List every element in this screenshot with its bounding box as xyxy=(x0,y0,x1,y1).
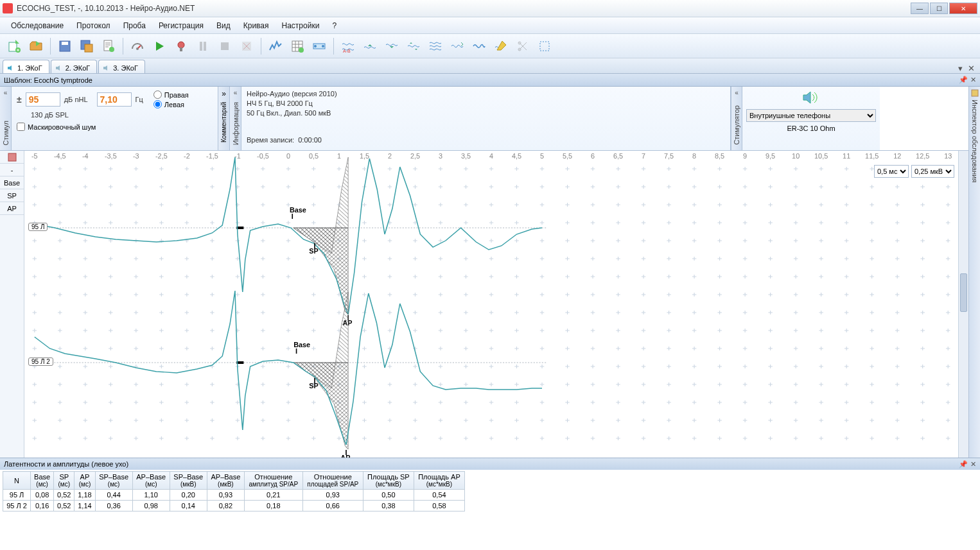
info-panel: « Информация Нейро-Аудио (версия 2010) Н… xyxy=(230,87,731,150)
xscale-select[interactable]: 0,5 мс xyxy=(874,165,909,178)
plot-tool-none[interactable]: - xyxy=(0,164,24,176)
svg-text:2: 2 xyxy=(388,153,392,160)
save-as-button[interactable] xyxy=(76,37,97,56)
svg-text:0: 0 xyxy=(286,153,290,160)
stimulus-collapse[interactable]: « Стимул xyxy=(0,87,12,150)
menu-item[interactable]: ? xyxy=(326,19,342,33)
reject-button[interactable] xyxy=(236,37,257,56)
svg-text:-1,5: -1,5 xyxy=(206,153,218,160)
side-left-radio[interactable]: Левая xyxy=(153,100,189,108)
svg-rect-24 xyxy=(8,153,16,161)
pin-icon[interactable]: 📌 xyxy=(959,460,968,468)
svg-text:-2,5: -2,5 xyxy=(155,153,168,160)
masking-checkbox[interactable]: Маскировочный шум xyxy=(17,123,213,131)
transducer-select[interactable]: Внутриушные телефоны xyxy=(746,109,876,122)
svg-text:10,5: 10,5 xyxy=(814,153,828,160)
plot-icon-button[interactable] xyxy=(0,151,24,164)
menu-item[interactable]: Вид xyxy=(211,19,236,33)
panel-close-icon[interactable]: ✕ xyxy=(970,460,976,468)
tab-strip: 1. ЭКоГ2. ЭКоГ3. ЭКоГ ▾ ✕ xyxy=(0,58,980,74)
svg-text:3: 3 xyxy=(439,153,442,160)
menu-item[interactable]: Регистрация xyxy=(153,19,209,33)
menu-item[interactable]: Обследование xyxy=(5,19,69,33)
save-button[interactable] xyxy=(55,37,75,56)
svg-text:0,5: 0,5 xyxy=(309,153,319,160)
impedance-button[interactable] xyxy=(127,37,148,56)
svg-point-19 xyxy=(322,45,324,47)
svg-point-7 xyxy=(109,47,114,52)
minimize-button[interactable]: — xyxy=(911,3,929,14)
play-button[interactable] xyxy=(149,37,170,56)
maximize-button[interactable]: ☐ xyxy=(930,3,948,14)
compare-ab-button[interactable]: A-B xyxy=(338,37,358,56)
plot-tool-ap[interactable]: AP xyxy=(0,202,24,215)
svg-point-16 xyxy=(299,47,304,53)
table-row[interactable]: 95 Л 20,160,521,140,360,980,140,820,180,… xyxy=(3,501,465,511)
analyze-button[interactable] xyxy=(265,37,286,56)
trace-label-1[interactable]: 95 Л xyxy=(28,223,48,231)
yscale-select[interactable]: 0,25 мкВ xyxy=(911,165,954,178)
tab-dropdown-button[interactable]: ▾ xyxy=(956,64,965,73)
open-exam-button[interactable] xyxy=(26,37,46,56)
pause-button[interactable] xyxy=(193,37,213,56)
range-button[interactable] xyxy=(309,37,329,56)
wave-updown-button[interactable] xyxy=(403,37,424,56)
svg-text:-3: -3 xyxy=(133,153,139,160)
table-header-cell: N xyxy=(3,472,31,490)
multi-wave-button[interactable] xyxy=(425,37,446,56)
edit-wave-button[interactable] xyxy=(491,37,511,56)
new-exam-button[interactable] xyxy=(4,37,24,56)
svg-text:8,5: 8,5 xyxy=(715,153,724,160)
tab-close-button[interactable]: ✕ xyxy=(965,64,977,73)
plot-scrollbar[interactable] xyxy=(958,151,968,458)
svg-text:-5: -5 xyxy=(31,153,38,160)
svg-text:13: 13 xyxy=(944,153,952,160)
table-row[interactable]: 95 Л0,080,521,180,441,100,200,930,210,93… xyxy=(3,490,465,501)
smooth-button[interactable] xyxy=(447,37,468,56)
plot-tool-sp[interactable]: SP xyxy=(0,189,24,202)
info-line1: Нейро-Аудио (версия 2010) xyxy=(247,89,725,99)
close-button[interactable]: ✕ xyxy=(949,3,977,14)
wave-down-button[interactable] xyxy=(381,37,402,56)
stimulator-collapse[interactable]: « Стимулятор xyxy=(731,87,742,150)
cut-button[interactable] xyxy=(512,37,533,56)
svg-rect-11 xyxy=(200,42,202,51)
tab[interactable]: 3. ЭКоГ xyxy=(98,60,145,73)
menu-item[interactable]: Проба xyxy=(118,19,152,33)
svg-text:11: 11 xyxy=(843,153,850,160)
plot-area[interactable]: -5-4,5-4-3,5-3-2,5-2-1,5-1-0,500,511,522… xyxy=(24,151,958,458)
svg-text:SP: SP xyxy=(309,248,319,255)
panel-close-icon[interactable]: ✕ xyxy=(970,76,976,84)
pin-icon[interactable]: 📌 xyxy=(959,76,968,84)
plot-tool-base[interactable]: Base xyxy=(0,176,24,189)
chevron-left-icon: « xyxy=(4,89,8,96)
svg-text:5: 5 xyxy=(540,153,544,160)
svg-rect-3 xyxy=(62,42,68,45)
wave-up-button[interactable] xyxy=(360,37,380,56)
menu-item[interactable]: Кривая xyxy=(238,19,275,33)
stop-button[interactable] xyxy=(214,37,235,56)
report-button[interactable] xyxy=(98,37,119,56)
tab[interactable]: 1. ЭКоГ xyxy=(3,60,49,73)
menu-item[interactable]: Протокол xyxy=(71,19,116,33)
template-header: Шаблон: EcochG tymptrode 📌 ✕ xyxy=(0,74,980,87)
inspector-panel-collapsed[interactable]: Инспектор обследования xyxy=(968,87,980,458)
stimulus-button[interactable] xyxy=(171,37,191,56)
trace-label-2[interactable]: 95 Л 2 xyxy=(28,357,53,366)
table-button[interactable] xyxy=(287,37,308,56)
info-line2: НЧ 5 Гц, ВЧ 2000 Гц xyxy=(247,99,725,108)
tab[interactable]: 2. ЭКоГ xyxy=(51,60,98,73)
select-button[interactable] xyxy=(534,37,555,56)
svg-text:Base: Base xyxy=(293,341,310,348)
level-input[interactable]: 95 xyxy=(26,92,60,107)
timer-value: 0:00:00 xyxy=(298,136,322,144)
svg-text:6,5: 6,5 xyxy=(613,153,623,160)
menu-item[interactable]: Настройки xyxy=(276,19,326,33)
inspector-icon xyxy=(971,89,979,97)
side-right-radio[interactable]: Правая xyxy=(153,90,189,99)
info-collapse[interactable]: « Информация xyxy=(230,87,241,150)
svg-text:-0,5: -0,5 xyxy=(257,153,269,160)
single-wave-button[interactable] xyxy=(469,37,489,56)
rate-input[interactable]: 7,10 xyxy=(97,92,132,107)
comment-panel-collapsed[interactable]: » Комментарий xyxy=(218,87,230,150)
